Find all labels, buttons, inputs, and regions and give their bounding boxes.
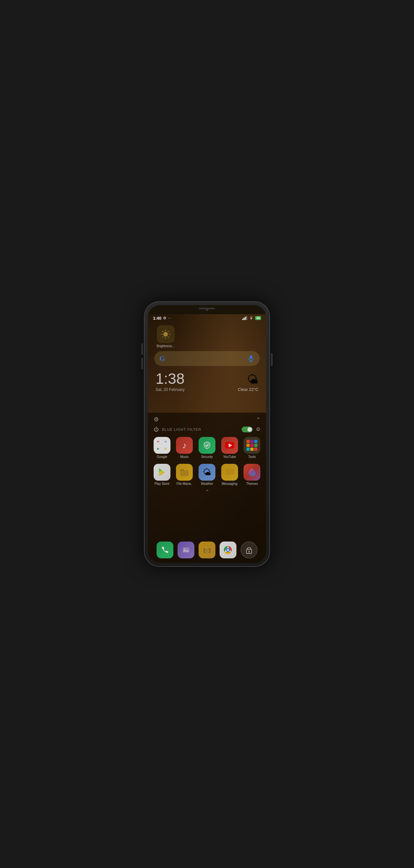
svg-line-10 bbox=[168, 336, 169, 337]
clock-left: 1:38 Sat, 20 February bbox=[156, 371, 185, 392]
more-icon: ··· bbox=[168, 316, 171, 320]
phone-device: 1:40 ⚙ ··· bbox=[144, 301, 270, 567]
power-icon[interactable]: ⏻ bbox=[153, 427, 159, 432]
svg-rect-1 bbox=[244, 318, 244, 320]
app-tools[interactable]: Tools bbox=[242, 437, 262, 459]
dock-phone[interactable] bbox=[157, 541, 173, 558]
svg-line-11 bbox=[168, 331, 169, 332]
swipe-up-icon: ⌃ bbox=[205, 489, 209, 495]
gallery-icon bbox=[178, 541, 195, 558]
blue-light-settings-icon[interactable]: ⚙ bbox=[256, 426, 261, 432]
app-youtube[interactable]: YouTube bbox=[219, 437, 240, 459]
lock-icon bbox=[241, 541, 257, 558]
svg-marker-18 bbox=[159, 468, 165, 476]
music-label: Music bbox=[180, 455, 188, 459]
filemanager-icon bbox=[176, 464, 193, 480]
status-time: 1:40 bbox=[153, 316, 162, 321]
app-themes[interactable]: Themes bbox=[242, 464, 262, 486]
chrome-icon bbox=[219, 541, 236, 558]
camera-icon bbox=[199, 541, 215, 558]
swipe-indicator: ⌃ bbox=[148, 487, 266, 497]
phone-screen: 1:40 ⚙ ··· bbox=[148, 305, 266, 563]
youtube-label: YouTube bbox=[223, 455, 236, 459]
brightness-icon bbox=[157, 325, 175, 343]
screen-content: 1:40 ⚙ ··· bbox=[148, 314, 266, 563]
weather-app-icon: 🌤 bbox=[199, 464, 215, 480]
clock-time: 1:38 bbox=[156, 371, 185, 386]
notch-bar bbox=[148, 305, 266, 314]
volume-down-button[interactable] bbox=[141, 358, 143, 369]
svg-point-4 bbox=[163, 332, 168, 337]
settings-gear-icon[interactable]: ⚙ bbox=[153, 416, 159, 423]
clock-date: Sat, 20 February bbox=[156, 388, 185, 392]
svg-line-12 bbox=[162, 336, 163, 337]
messaging-label: Messaging bbox=[221, 482, 237, 486]
svg-point-25 bbox=[206, 550, 208, 551]
svg-point-32 bbox=[248, 551, 250, 552]
volume-up-button[interactable] bbox=[141, 343, 143, 355]
app-row-2: Play Store File Mana.. bbox=[148, 463, 266, 487]
google-icon: M G ▶ M ▶ G bbox=[153, 437, 170, 454]
signal-icon bbox=[242, 316, 247, 320]
battery-indicator: 48 bbox=[255, 316, 261, 320]
mic-icon[interactable] bbox=[247, 355, 254, 362]
power-button[interactable] bbox=[271, 353, 273, 366]
settings-icon: ⚙ bbox=[163, 316, 167, 320]
svg-rect-2 bbox=[245, 317, 246, 320]
app-weather[interactable]: 🌤 Weather bbox=[197, 464, 217, 486]
dock-camera[interactable] bbox=[199, 541, 215, 558]
svg-rect-13 bbox=[250, 355, 252, 359]
wifi-icon bbox=[249, 316, 253, 320]
dock-chrome[interactable] bbox=[219, 541, 236, 558]
brightness-label: Brightness... bbox=[157, 344, 175, 348]
blue-light-toggle[interactable] bbox=[242, 427, 252, 432]
filemanager-label: File Mana.. bbox=[177, 482, 193, 486]
svg-point-30 bbox=[227, 549, 229, 551]
status-right: 48 bbox=[242, 316, 261, 320]
settings-row: ⚙ ⌃ bbox=[148, 413, 266, 425]
google-label: Google bbox=[157, 455, 167, 459]
svg-line-9 bbox=[162, 331, 163, 332]
weather-text: Clear 22°C bbox=[238, 387, 258, 392]
earpiece-speaker bbox=[199, 308, 215, 309]
status-bar: 1:40 ⚙ ··· bbox=[148, 314, 266, 322]
security-icon bbox=[199, 437, 215, 454]
playstore-label: Play Store bbox=[154, 482, 170, 486]
app-messaging[interactable]: Messaging bbox=[219, 464, 240, 486]
svg-rect-19 bbox=[226, 468, 234, 475]
themes-icon bbox=[244, 464, 261, 480]
svg-rect-3 bbox=[246, 316, 247, 320]
blue-light-filter-label: BLUE LIGHT FILTER bbox=[162, 428, 238, 431]
app-row-1: M G ▶ M ▶ G Google ♪ bbox=[148, 436, 266, 460]
svg-rect-26 bbox=[205, 547, 207, 548]
app-security[interactable]: Security bbox=[197, 437, 217, 459]
dock-lock[interactable] bbox=[241, 541, 257, 558]
blue-light-filter-row: ⏻ BLUE LIGHT FILTER ⚙ bbox=[148, 425, 266, 436]
security-label: Security bbox=[201, 455, 213, 459]
clock-widget: 1:38 Sat, 20 February 🌤 Clear 22°C bbox=[154, 371, 260, 392]
tools-label: Tools bbox=[248, 455, 256, 459]
top-section: Brightness... G bbox=[148, 322, 266, 413]
weather-widget[interactable]: 🌤 Clear 22°C bbox=[238, 373, 258, 392]
svg-rect-0 bbox=[242, 319, 243, 320]
app-google[interactable]: M G ▶ M ▶ G Google bbox=[152, 437, 172, 459]
playstore-icon bbox=[153, 464, 170, 480]
svg-point-21 bbox=[184, 548, 185, 550]
dock-gallery[interactable] bbox=[178, 541, 195, 558]
brightness-app[interactable]: Brightness... bbox=[154, 325, 177, 348]
status-left: 1:40 ⚙ ··· bbox=[153, 316, 171, 321]
app-playstore[interactable]: Play Store bbox=[152, 464, 172, 486]
weather-icon: 🌤 bbox=[247, 373, 258, 386]
app-music[interactable]: ♪ Music bbox=[174, 437, 195, 459]
tools-icon bbox=[244, 437, 261, 454]
bottom-section: ⚙ ⌃ ⏻ BLUE LIGHT FILTER ⚙ M G bbox=[148, 413, 266, 563]
youtube-icon bbox=[221, 437, 238, 454]
google-search-bar[interactable]: G bbox=[154, 351, 260, 366]
messaging-icon bbox=[221, 464, 238, 480]
app-filemanager[interactable]: File Mana.. bbox=[174, 464, 195, 486]
music-icon: ♪ bbox=[176, 437, 193, 454]
themes-label: Themes bbox=[246, 482, 258, 486]
collapse-chevron-icon[interactable]: ⌃ bbox=[256, 416, 261, 423]
svg-rect-20 bbox=[183, 547, 189, 553]
weather-label: Weather bbox=[201, 482, 213, 486]
